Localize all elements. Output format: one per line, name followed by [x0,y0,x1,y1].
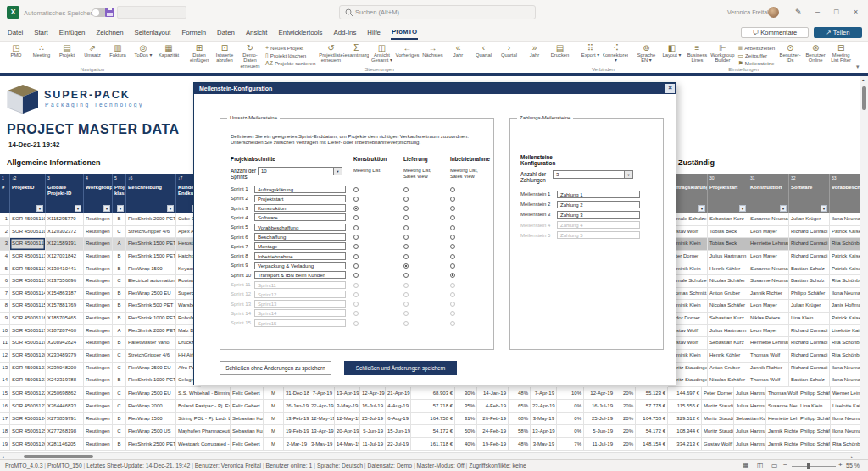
cell[interactable]: Richard Conradi [789,226,830,239]
cell[interactable]: Julius Hartmann [734,400,766,413]
cell[interactable]: SOR 450061109 [10,226,46,239]
filter-button[interactable]: ▾ [698,205,705,212]
user-ids-button[interactable]: ⊙Benutzer-IDs [777,43,803,64]
sprint-name-input[interactable]: Sprint11 [254,281,346,289]
cell[interactable]: Henriette Lehmann [748,238,789,251]
cell[interactable]: X120302372 [46,226,84,239]
cell[interactable]: Reutlingen [84,400,113,413]
cell[interactable]: M [264,425,284,438]
inbetriebnahme-radio[interactable] [450,254,455,259]
cell[interactable]: 20% [615,387,636,400]
cell[interactable]: Philipp Schäfer [798,387,831,400]
cell[interactable]: Felix Gebert [231,387,264,400]
close-without-saving-button[interactable]: Schließen ohne Änderungen zu speichern [220,361,331,375]
business-lines-button[interactable]: ≡Business Lines [684,43,709,64]
cell[interactable]: FlexWrap 1500 [126,413,176,425]
cell[interactable]: X250698862 [46,387,84,400]
konstruktion-radio[interactable] [353,254,359,259]
column-header[interactable]: Konstruktion▾ [748,183,789,213]
invoice-button[interactable]: ▥Faktura [105,43,131,58]
milestone-name-input[interactable]: Zahlung 4 [557,221,640,229]
cell[interactable]: 13-Apr-19 [309,425,335,438]
konstruktion-radio[interactable] [353,302,359,307]
cell[interactable]: FlexWrap 2500 EU [126,288,176,301]
cell[interactable]: A [113,325,126,338]
inbetriebnahme-radio[interactable] [450,187,455,192]
cell[interactable]: 5-Jun-19 [584,425,615,438]
column-header[interactable]: Workgroup▾ [84,183,113,213]
inbetriebnahme-radio[interactable] [450,225,455,230]
layout-button[interactable]: ◧Layout ▾ [659,43,684,58]
cell[interactable]: Rita Schönberg [830,350,860,363]
cell[interactable]: 65% [509,400,531,413]
lieferung-radio[interactable] [403,321,409,326]
cell[interactable]: Niklas Peters [748,313,789,325]
cell[interactable]: Philipp Schäfer [798,425,831,438]
cell[interactable]: M [264,438,284,451]
cell[interactable]: Felix Gebert [231,438,264,451]
cell[interactable]: Peter Dorner [702,387,734,400]
scroll-up-icon[interactable]: ▴ [862,77,865,82]
lieferung-radio[interactable] [403,187,409,192]
cell[interactable]: B [113,213,126,226]
cell[interactable]: Patrick Kaiser [830,226,860,239]
cell[interactable]: 13-Apr-19 [531,425,557,438]
cell[interactable]: Tobias Beck [708,226,748,239]
insert-data-button[interactable]: ⊞Daten einfügen [186,43,212,64]
cell[interactable]: Leon Mayer [748,300,789,313]
cell[interactable]: Bastian Scholz [789,374,830,387]
filter-button[interactable]: ▾ [117,205,124,212]
cell[interactable]: 31% [455,413,477,425]
cell[interactable]: Tobias Beck [708,238,748,251]
meeting-list-filter-button[interactable]: ⊟Meeting List Filter [828,43,854,64]
cell[interactable]: Moritz Staudinger [702,400,734,413]
cell[interactable]: 14-Jan-19 [477,387,509,400]
cell[interactable]: S.S. Whitehall - Birmingham 1 [176,387,231,400]
milestone-name-input[interactable]: Zahlung 1 [557,191,640,198]
cell[interactable]: 334.213 € [668,438,702,451]
cell[interactable]: Leon Mayer [748,226,789,239]
cell[interactable]: Reutlingen [84,438,113,451]
milestone-name-input[interactable]: Zahlung 5 [557,231,640,239]
cell[interactable]: Moritz Staudinger [702,425,734,438]
cell[interactable]: 15-Jun-19 [386,425,411,438]
zoom-in-button[interactable]: + [838,461,843,468]
cell[interactable]: Ilona Neumann [831,413,860,425]
cell[interactable]: A [113,238,126,251]
cell[interactable]: SOR 450061134 [10,263,46,276]
cell[interactable]: 5 [0,263,10,276]
cell[interactable]: Reutlingen [84,350,113,363]
sprint-name-input[interactable]: Sprint14 [254,309,346,317]
cell[interactable]: 68.903 € [411,387,455,400]
language-button[interactable]: ⊚Sprache EN ▾ [633,43,659,64]
cell[interactable]: SOR 450061260 [10,438,46,451]
cell[interactable]: 57.718 € [411,400,455,413]
cell[interactable]: 30% [455,387,477,400]
cell[interactable]: X273859791 [46,413,84,425]
cell[interactable]: Julius Hartmann [734,438,766,451]
sprint-name-input[interactable]: Sprint13 [254,300,346,308]
cell[interactable]: Ilona Neumann [830,288,860,301]
tab-hilfe[interactable]: Hilfe [366,27,381,39]
tab-formeln[interactable]: Formeln [181,27,207,39]
cell[interactable]: 22-Apr-19 [531,400,557,413]
payment-count-select[interactable]: 3 ▼ [553,170,633,179]
konstruktion-radio[interactable] [353,235,359,240]
cell[interactable]: 12-Apr-19 [360,387,386,400]
cell[interactable]: 15 [0,387,10,400]
tab-add-ins[interactable]: Add-Ins [332,27,357,39]
cell[interactable]: M [264,413,284,425]
cell[interactable]: FlexShrink 1000 PET [126,374,176,387]
inbetriebnahme-radio[interactable] [450,197,455,202]
cell[interactable]: Richard Conradi [789,251,830,263]
cell[interactable]: Leon Mayer [748,251,789,263]
cell[interactable]: X154863187 [46,288,84,301]
cell[interactable]: Julian Krüger [789,213,830,226]
cell[interactable]: 3 [0,238,10,251]
tab-zeichnen[interactable]: Zeichnen [95,27,124,39]
cell[interactable]: Westpark Corrugated - Pj. Boston [176,438,231,451]
cell[interactable]: B [113,374,126,387]
cell[interactable]: 48% [509,438,531,451]
cell[interactable]: 21-Apr-19 [386,387,411,400]
cell[interactable]: B [113,438,126,451]
